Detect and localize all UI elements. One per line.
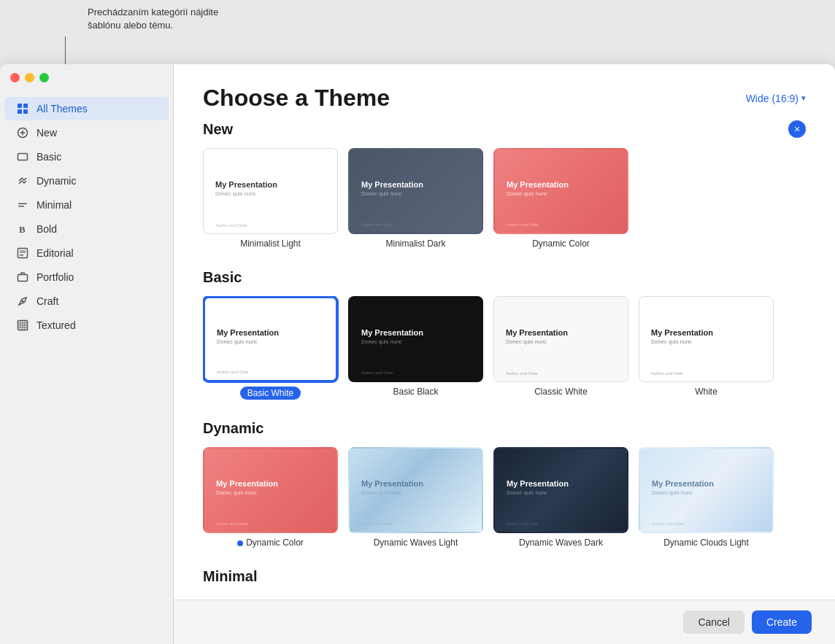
sidebar-item-label-textured: Textured: [36, 319, 76, 331]
create-button[interactable]: Create: [752, 610, 812, 634]
all-themes-icon: [16, 102, 29, 115]
svg-point-15: [22, 300, 24, 303]
main-window: All ThemesNewBasicDynamicMinimalBBoldEdi…: [0, 64, 835, 644]
theme-thumbnail-basic-black: My PresentationDonec quis nuncAuthor and…: [348, 296, 483, 382]
theme-card-dynamic-color-new[interactable]: My PresentationDonec quis nuncAuthor and…: [493, 148, 628, 249]
theme-label-basic-black: Basic Black: [393, 387, 438, 397]
cancel-button[interactable]: Cancel: [683, 610, 744, 634]
thumb-subtitle: Donec quis nunc: [217, 338, 324, 345]
thumb-subtitle: Donec quis nunc: [216, 489, 325, 496]
new-icon: [16, 126, 29, 139]
theme-thumbnail-dynamic-clouds-light: My PresentationDonec quis nuncAuthor and…: [639, 447, 774, 533]
section-header-dynamic: Dynamic: [203, 420, 806, 437]
aspect-ratio-label: Wide (16:9): [746, 93, 799, 104]
theme-card-basic-black[interactable]: My PresentationDonec quis nuncAuthor and…: [348, 296, 483, 400]
thumb-title: My Presentation: [507, 479, 615, 488]
theme-label-white: White: [695, 387, 717, 397]
theme-card-dynamic-color[interactable]: My PresentationDonec quis nuncAuthor and…: [203, 447, 338, 548]
page-title: Choose a Theme: [203, 85, 390, 112]
svg-rect-12: [20, 250, 26, 253]
theme-card-dynamic-waves-light[interactable]: My PresentationDonec quis nuncAuthor and…: [348, 447, 483, 548]
thumb-subtitle: Donec quis nunc: [507, 489, 615, 496]
theme-thumbnail-dynamic-color-new: My PresentationDonec quis nuncAuthor and…: [493, 148, 628, 234]
minimal-icon: [16, 198, 29, 212]
sidebar: All ThemesNewBasicDynamicMinimalBBoldEdi…: [0, 64, 174, 644]
thumb-footer: Author and Date: [216, 521, 248, 526]
section-title-dynamic: Dynamic: [203, 420, 263, 437]
craft-icon: [16, 295, 29, 308]
sidebar-item-label-all-themes: All Themes: [36, 103, 88, 115]
theme-thumbnail-white: My PresentationDonec quis nuncAuthor and…: [639, 296, 774, 382]
theme-label-dynamic-waves-dark: Dynamic Waves Dark: [519, 538, 603, 548]
thumb-footer: Author and Date: [361, 371, 393, 375]
thumb-footer: Author and Date: [506, 371, 538, 376]
thumb-footer: Author and Date: [361, 521, 393, 526]
theme-card-dynamic-clouds-light[interactable]: My PresentationDonec quis nuncAuthor and…: [639, 447, 774, 548]
traffic-lights: [10, 73, 49, 82]
theme-thumbnail-dynamic-waves-dark: My PresentationDonec quis nuncAuthor and…: [493, 447, 628, 533]
basic-icon: [16, 150, 29, 163]
sidebar-item-basic[interactable]: Basic: [4, 145, 169, 168]
theme-label-dynamic-clouds-light: Dynamic Clouds Light: [663, 538, 749, 548]
sidebar-item-label-basic: Basic: [36, 151, 61, 163]
sidebar-item-minimal[interactable]: Minimal: [4, 193, 169, 217]
close-button[interactable]: [10, 73, 20, 82]
theme-card-classic-white[interactable]: My PresentationDonec quis nuncAuthor and…: [493, 296, 628, 400]
section-header-new: New×: [203, 120, 806, 138]
sidebar-item-all-themes[interactable]: All Themes: [4, 97, 169, 120]
svg-rect-14: [18, 275, 28, 282]
sidebar-item-portfolio[interactable]: Portfolio: [4, 265, 169, 289]
sidebar-item-new[interactable]: New: [4, 121, 169, 144]
svg-rect-13: [20, 255, 23, 256]
thumb-subtitle: Donec quis nunc: [651, 338, 761, 345]
svg-rect-1: [23, 104, 28, 108]
theme-card-minimalist-light[interactable]: My PresentationDonec quis nuncAuthor and…: [203, 148, 338, 249]
section-minimal: Minimal: [203, 568, 806, 585]
svg-rect-3: [23, 109, 28, 114]
theme-grid-new: My PresentationDonec quis nuncAuthor and…: [203, 148, 806, 249]
thumb-subtitle: Donec quis nunc: [652, 489, 761, 496]
theme-thumbnail-minimalist-light: My PresentationDonec quis nuncAuthor and…: [203, 148, 338, 234]
minimize-button[interactable]: [25, 73, 34, 82]
dynamic-icon: [16, 174, 29, 187]
section-dynamic: DynamicMy PresentationDonec quis nuncAut…: [203, 420, 806, 548]
tooltip: Prechádzaním kategórií nájdite šablónu a…: [88, 6, 218, 32]
sidebar-item-craft[interactable]: Craft: [4, 290, 169, 313]
theme-card-white[interactable]: My PresentationDonec quis nuncAuthor and…: [639, 296, 774, 400]
theme-thumbnail-minimalist-dark: My PresentationDonec quis nuncAuthor and…: [348, 148, 483, 234]
sidebar-item-label-minimal: Minimal: [36, 199, 72, 211]
main-content: Choose a Theme Wide (16:9) ▾ New×My Pres…: [174, 64, 835, 644]
theme-label-minimalist-light: Minimalist Light: [240, 238, 301, 249]
sidebar-item-label-portfolio: Portfolio: [36, 271, 74, 283]
theme-grid-basic: My PresentationDonec quis nuncAuthor and…: [203, 296, 806, 400]
sidebar-item-label-dynamic: Dynamic: [36, 175, 76, 187]
section-new: New×My PresentationDonec quis nuncAuthor…: [203, 120, 806, 249]
thumb-subtitle: Donec quis nunc: [507, 190, 615, 197]
theme-card-minimalist-dark[interactable]: My PresentationDonec quis nuncAuthor and…: [348, 148, 483, 249]
chevron-down-icon: ▾: [801, 93, 806, 103]
theme-card-basic-white[interactable]: My PresentationDonec quis nuncAuthor and…: [203, 296, 338, 400]
fullscreen-button[interactable]: [39, 73, 49, 82]
thumb-footer: Author and Date: [361, 222, 393, 227]
theme-card-dynamic-waves-dark[interactable]: My PresentationDonec quis nuncAuthor and…: [493, 447, 628, 548]
thumb-title: My Presentation: [652, 479, 761, 488]
theme-dot-icon: [237, 540, 243, 546]
theme-label-dynamic-waves-light: Dynamic Waves Light: [374, 538, 458, 548]
thumb-subtitle: Donec quis nunc: [361, 190, 470, 197]
aspect-ratio-button[interactable]: Wide (16:9) ▾: [746, 93, 806, 104]
thumb-title: My Presentation: [361, 328, 470, 337]
sidebar-item-label-editorial: Editorial: [36, 247, 74, 259]
theme-grid-area: New×My PresentationDonec quis nuncAuthor…: [174, 120, 835, 600]
sidebar-item-bold[interactable]: BBold: [4, 217, 169, 241]
section-title-new: New: [203, 121, 233, 138]
thumb-title: My Presentation: [506, 328, 616, 337]
sidebar-item-label-bold: Bold: [36, 223, 57, 235]
thumb-title: My Presentation: [361, 180, 470, 189]
sidebar-item-textured[interactable]: Textured: [4, 314, 169, 337]
sidebar-item-editorial[interactable]: Editorial: [4, 241, 169, 265]
section-basic: BasicMy PresentationDonec quis nuncAutho…: [203, 269, 806, 400]
thumb-title: My Presentation: [216, 479, 325, 488]
close-section-button[interactable]: ×: [788, 120, 806, 138]
svg-rect-7: [18, 154, 28, 160]
sidebar-item-dynamic[interactable]: Dynamic: [4, 169, 169, 193]
